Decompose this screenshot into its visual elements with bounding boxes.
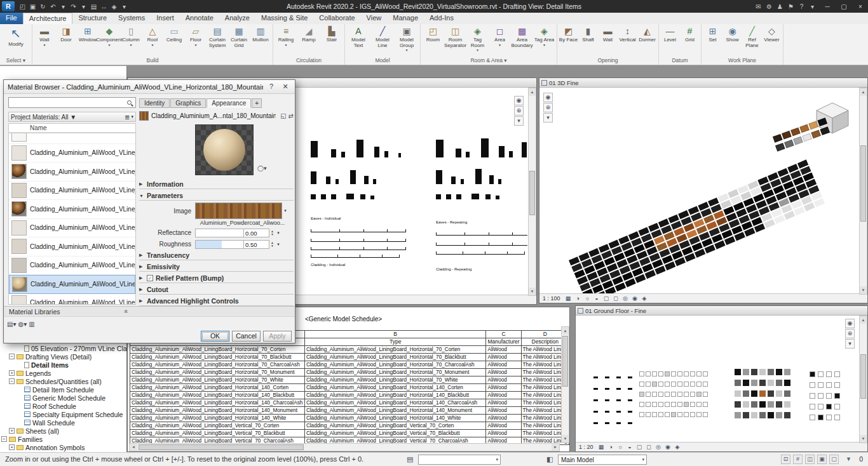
- ribbon-button-room[interactable]: ◰Room: [422, 25, 444, 43]
- schedule-cell[interactable]: Cladding_Aluminium_AliWood_LiningBoard_H…: [130, 376, 305, 384]
- temporary-view-properties-icon[interactable]: ◈: [674, 443, 682, 451]
- ribbon-button-window[interactable]: ⊞Window: [77, 25, 98, 43]
- tree-item-drafting-views-detail[interactable]: −Drafting Views (Detail): [1, 352, 126, 361]
- schedule-cell[interactable]: Cladding_Aluminium_AliWood_LiningBoard_V…: [304, 422, 486, 430]
- schedule-cell[interactable]: Type: [304, 338, 486, 346]
- schedule-data-row[interactable]: Cladding_Aluminium_AliWood_LiningBoard_H…: [130, 392, 569, 399]
- reflectance-value[interactable]: 0.00: [244, 229, 269, 237]
- temporary-view-properties-icon[interactable]: ◈: [641, 295, 649, 303]
- navbar-options-icon[interactable]: ▾: [543, 113, 553, 123]
- section-advanced-highlight-controls[interactable]: ▶Advanced Highlight Controls: [139, 296, 294, 306]
- ribbon-button-mullion[interactable]: ▥Mullion: [250, 25, 271, 43]
- schedule-cell[interactable]: Cladding_Aluminium_AliWood_LiningBoard_H…: [304, 346, 486, 354]
- schedule-data-row[interactable]: Cladding_Aluminium_AliWood_LiningBoard_H…: [130, 361, 569, 369]
- image-texture-swatch[interactable]: [195, 203, 282, 219]
- schedule-table[interactable]: ABCDTypeManufacturerDescriptionCladding_…: [130, 330, 569, 445]
- crop-view-icon[interactable]: ▢: [635, 443, 644, 451]
- schedule-cell[interactable]: B: [304, 331, 486, 338]
- tab-add[interactable]: +: [252, 98, 262, 108]
- schedule-cell[interactable]: Cladding_Aluminium_AliWood_LiningBoard_H…: [304, 415, 486, 422]
- collapse-box-icon[interactable]: −: [9, 354, 15, 359]
- worksets-icon[interactable]: ▤: [407, 455, 413, 463]
- drag-elements-on-selection-icon[interactable]: ▢: [829, 455, 839, 464]
- material-row[interactable]: Cladding_Aluminium_AliWood_VLine_Hori...: [9, 144, 135, 163]
- view-title-bar[interactable]: 01 Ground Floor - Fine: [576, 306, 867, 316]
- schedule-cell[interactable]: Cladding_Aluminium_AliWood_LiningBoard_V…: [304, 430, 486, 437]
- replace-asset-icon[interactable]: ⇄: [288, 112, 294, 119]
- schedule-data-row[interactable]: Cladding_Aluminium_AliWood_LiningBoard_H…: [130, 407, 569, 415]
- schedule-data-row[interactable]: Cladding_Aluminium_AliWood_LiningBoard_H…: [130, 415, 569, 422]
- schedule-cell[interactable]: C: [486, 331, 521, 338]
- tab-collaborate[interactable]: Collaborate: [313, 13, 360, 24]
- shadows-icon[interactable]: ◒: [626, 443, 634, 451]
- name-column-header[interactable]: Name: [8, 123, 136, 133]
- save-icon[interactable]: ▣: [28, 1, 37, 11]
- schedule-cell[interactable]: AliWood: [486, 361, 521, 369]
- tab-add-ins[interactable]: Add-Ins: [424, 13, 459, 24]
- collapse-box-icon[interactable]: −: [9, 378, 15, 384]
- ribbon-group-label[interactable]: Work Plane: [702, 57, 783, 65]
- apply-button[interactable]: Apply: [263, 331, 292, 342]
- ribbon-button-wall[interactable]: ▬Wall: [598, 25, 618, 43]
- tab-graphics[interactable]: Graphics: [170, 98, 206, 108]
- schedule-cell[interactable]: Cladding_Aluminium_AliWood_LiningBoard_H…: [130, 384, 305, 392]
- ribbon-button-ramp[interactable]: ◢Ramp: [297, 25, 320, 43]
- ribbon-button-level[interactable]: —Level: [660, 25, 680, 43]
- library-panel-icon[interactable]: ▥: [29, 321, 34, 328]
- tree-item-specialty-equipment-schedule[interactable]: Specialty Equipment Schedule: [1, 410, 126, 418]
- schedule-cell[interactable]: Cladding_Aluminium_AliWood_LiningBoard_H…: [130, 392, 305, 399]
- select-links-icon[interactable]: ⊡: [781, 455, 790, 464]
- schedule-cell[interactable]: AliWood: [486, 354, 521, 361]
- checkbox-checked-icon[interactable]: ✓: [147, 275, 153, 281]
- vertical-scrollbar[interactable]: ▲▼: [859, 316, 867, 443]
- schedule-cell[interactable]: Cladding_Aluminium_AliWood_LiningBoard_H…: [304, 384, 486, 392]
- ribbon-button-roof[interactable]: △Roof▾: [142, 25, 163, 47]
- scrollbar-thumb[interactable]: [860, 145, 866, 222]
- app-store-icon[interactable]: ⚑: [786, 1, 796, 11]
- schedule-cell[interactable]: Cladding_Aluminium_AliWood_LiningBoard_H…: [130, 399, 305, 407]
- asset-preview[interactable]: ◯▾: [139, 123, 294, 178]
- ribbon-button-model-group[interactable]: ▣Model Group▾: [395, 25, 419, 52]
- tab-manage[interactable]: Manage: [387, 13, 424, 24]
- scrollbar-thumb[interactable]: [139, 444, 304, 450]
- open-icon[interactable]: ◰: [18, 1, 27, 11]
- schedule-cell[interactable]: Cladding_Aluminium_AliWood_LiningBoard_H…: [304, 392, 486, 399]
- schedule-cell[interactable]: AliWood: [486, 407, 521, 415]
- dialog-help-button[interactable]: ?: [266, 82, 277, 92]
- scroll-down-arrow[interactable]: ▼: [860, 286, 867, 294]
- tree-item-annotation-symbols[interactable]: +Annotation Symbols: [1, 443, 126, 451]
- tab-appearance[interactable]: Appearance: [207, 98, 251, 108]
- tab-file[interactable]: File: [0, 13, 23, 24]
- 3d-canvas[interactable]: ◉⊕▾: [539, 88, 858, 293]
- asset-row[interactable]: Cladding_Aluminium_A...ntal_180_Mountain…: [139, 110, 294, 122]
- material-row[interactable]: [9, 133, 135, 144]
- schedule-cell[interactable]: Cladding_Aluminium_AliWood_LiningBoard_H…: [304, 354, 486, 361]
- ribbon-button-set[interactable]: ⊞Set: [703, 25, 722, 43]
- tree-item-generic-model-schedule[interactable]: Generic Model Schedule: [1, 394, 126, 402]
- close-button[interactable]: ×: [853, 1, 868, 12]
- scroll-up-arrow[interactable]: ▲: [529, 88, 536, 96]
- search-input[interactable]: [9, 98, 127, 107]
- notification-icon[interactable]: ✉: [754, 1, 763, 11]
- reflectance-slider[interactable]: [195, 229, 244, 237]
- ok-button[interactable]: OK: [201, 331, 229, 342]
- revit-logo[interactable]: R: [2, 1, 15, 11]
- ribbon-group-label[interactable]: Circulation: [273, 57, 344, 65]
- tree-item-detail-items[interactable]: Detail Items: [1, 361, 126, 369]
- help-icon[interactable]: ?: [797, 1, 806, 11]
- scroll-right-arrow[interactable]: ►: [552, 444, 559, 451]
- schedule-cell[interactable]: AliWood: [486, 399, 521, 407]
- roughness-spinner[interactable]: ▲▼: [269, 239, 275, 249]
- chevron-down-icon[interactable]: ▾: [275, 242, 281, 247]
- temporary-hide-isolate-icon[interactable]: ◎: [654, 443, 663, 451]
- ribbon-button-area-boundary[interactable]: ▩Area Boundary: [511, 25, 533, 48]
- temporary-hide-isolate-icon[interactable]: ◎: [621, 295, 630, 303]
- expand-box-icon[interactable]: +: [9, 428, 15, 434]
- ribbon-button-wall[interactable]: ▬Wall▾: [34, 25, 55, 47]
- roughness-value[interactable]: 0.50: [244, 240, 269, 249]
- tree-item-families[interactable]: −Families: [1, 435, 126, 443]
- tree-item-05-elevation-270mm-vline-cladding[interactable]: 05 Elevation - 270mm VLine Cladding: [1, 344, 126, 352]
- preview-options-icon[interactable]: ◯▾: [257, 165, 267, 171]
- schedule-data-row[interactable]: Cladding_Aluminium_AliWood_LiningBoard_H…: [130, 369, 569, 376]
- schedule-cell[interactable]: Cladding_Aluminium_AliWood_LiningBoard_H…: [130, 415, 305, 422]
